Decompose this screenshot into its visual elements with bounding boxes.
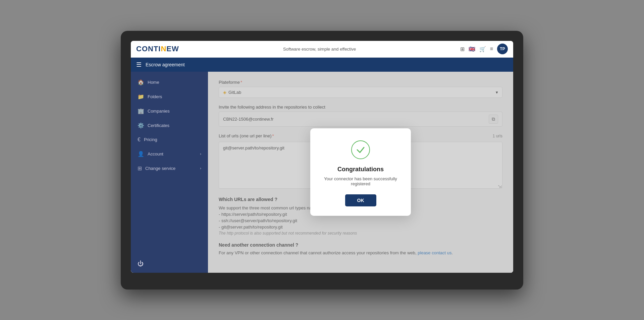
modal-message: Your connector has been successfully reg…: [320, 176, 401, 186]
sidebar-item-companies-label: Companies: [148, 109, 170, 114]
change-service-icon: ⊞: [138, 165, 142, 172]
sidebar-item-account-label: Account: [148, 151, 163, 156]
top-bar: CONTINEW Software escrow, simple and eff…: [131, 41, 513, 58]
certificates-icon: ⚙️: [138, 122, 144, 129]
companies-icon: 🏢: [138, 108, 144, 114]
sidebar-item-change-service-label: Change service: [145, 166, 175, 171]
modal-ok-button[interactable]: OK: [345, 194, 376, 206]
sidebar: 🏠 Home 📁 Folders 🏢 Companies ⚙️ Certific…: [131, 72, 208, 273]
tagline: Software escrow, simple and effective: [283, 47, 356, 52]
grid-icon-btn[interactable]: ⊞: [460, 46, 465, 52]
modal-title: Congratulations: [337, 166, 384, 173]
sidebar-item-companies[interactable]: 🏢 Companies: [131, 104, 208, 118]
main-layout: 🏠 Home 📁 Folders 🏢 Companies ⚙️ Certific…: [131, 72, 513, 273]
sidebar-nav: 🏠 Home 📁 Folders 🏢 Companies ⚙️ Certific…: [131, 72, 208, 176]
cart-icon-btn[interactable]: 🛒: [479, 46, 486, 52]
sidebar-item-folders[interactable]: 📁 Folders: [131, 89, 208, 104]
home-icon: 🏠: [138, 79, 144, 85]
hamburger-icon[interactable]: ☰: [136, 61, 142, 68]
success-check-icon: [351, 140, 370, 159]
content-area: Plateforme* ◈GitLab ▾ Invite the followi…: [208, 72, 513, 273]
sidebar-item-pricing[interactable]: € Pricing: [131, 133, 208, 147]
sidebar-item-home[interactable]: 🏠 Home: [131, 75, 208, 89]
logo: CONTINEW: [136, 45, 179, 53]
sidebar-item-folders-label: Folders: [148, 94, 162, 99]
flag-icon-btn[interactable]: 🇬🇧: [469, 46, 475, 52]
sidebar-item-certificates-label: Certificates: [148, 123, 169, 128]
success-modal: Congratulations Your connector has been …: [310, 128, 411, 216]
nav-title: Escrow agreement: [146, 62, 185, 67]
menu-icon-btn[interactable]: ≡: [490, 46, 493, 52]
sidebar-item-home-label: Home: [148, 80, 159, 85]
top-icons: ⊞ 🇬🇧 🛒 ≡ TP: [460, 44, 508, 54]
sidebar-item-change-service[interactable]: ⊞ Change service ›: [131, 161, 208, 176]
power-icon[interactable]: ⏻: [131, 255, 208, 273]
sidebar-item-certificates[interactable]: ⚙️ Certificates: [131, 118, 208, 133]
sidebar-item-account[interactable]: 👤 Account ›: [131, 147, 208, 161]
account-arrow-icon: ›: [200, 152, 201, 156]
nav-bar: ☰ Escrow agreement: [131, 58, 513, 72]
sidebar-item-pricing-label: Pricing: [144, 137, 157, 142]
change-service-arrow-icon: ›: [200, 166, 201, 170]
folders-icon: 📁: [138, 93, 144, 100]
avatar[interactable]: TP: [497, 44, 508, 54]
modal-overlay: Congratulations Your connector has been …: [208, 72, 513, 273]
pricing-icon: €: [138, 137, 141, 143]
account-icon: 👤: [138, 151, 144, 157]
